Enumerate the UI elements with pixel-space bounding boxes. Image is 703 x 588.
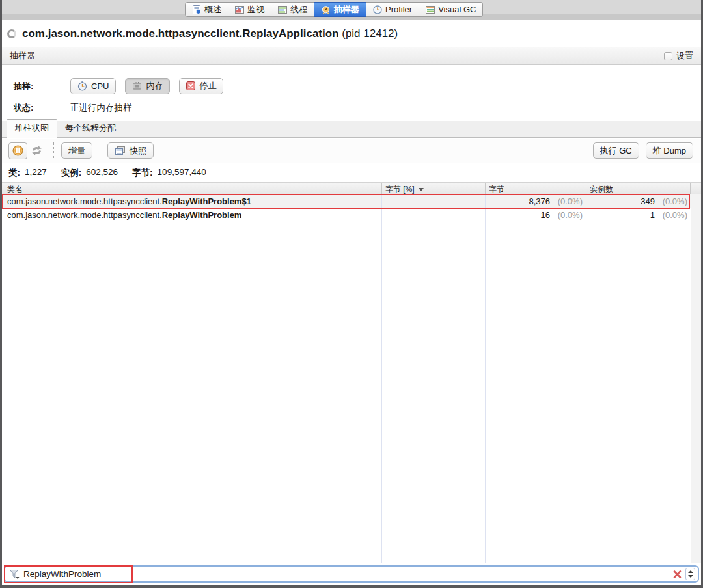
classes-stat: 类: 1,227 — [8, 167, 47, 179]
sample-label: 抽样: — [14, 81, 33, 92]
instances-value: 602,526 — [86, 167, 118, 179]
settings-label: 设置 — [676, 50, 693, 62]
stop-sampling-button[interactable]: 停止 — [179, 78, 223, 94]
pause-icon — [12, 145, 23, 156]
tab-profiler[interactable]: Profiler — [366, 2, 419, 17]
bytes-label: 字节: — [132, 167, 153, 179]
bytes-cell: 16(0.0%) — [485, 210, 586, 220]
instances-cell: 349(0.0%) — [586, 196, 691, 206]
class-name-cell: com.jason.network.mode.httpasyncclient.R… — [2, 210, 381, 220]
grid-line — [381, 194, 382, 563]
instances-value: 1 — [650, 210, 655, 220]
bytes-cell: 8,376(0.0%) — [485, 196, 586, 206]
instances-percent: (0.0%) — [655, 210, 687, 220]
threads-icon — [278, 5, 287, 14]
memory-button-label: 内存 — [146, 80, 163, 92]
pause-button[interactable] — [8, 142, 27, 159]
sampler-section-title: 抽样器 — [10, 50, 35, 62]
heap-dump-label: 堆 Dump — [653, 145, 686, 157]
class-simple-name: ReplayWithProblem — [162, 210, 242, 220]
profiler-icon — [373, 5, 382, 14]
table-body: com.jason.network.mode.httpasyncclient.R… — [2, 194, 701, 563]
class-filter-field[interactable] — [4, 565, 699, 583]
tab-visualgc[interactable]: Visual GC — [419, 2, 483, 17]
perform-gc-label: 执行 GC — [600, 145, 632, 157]
bytes-stat: 字节: 109,597,440 — [132, 167, 206, 179]
sample-row: 抽样: CPU 内存 停止 — [2, 77, 701, 95]
bytes-value: 109,597,440 — [158, 167, 206, 179]
bytes-value: 16 — [541, 210, 550, 220]
snapshot-button-label: 快照 — [130, 145, 146, 157]
column-header-instances[interactable]: 实例数 — [590, 184, 613, 195]
class-prefix: com.jason.network.mode.httpasyncclient. — [7, 210, 162, 220]
heap-summary-row: 类: 1,227 实例: 602,526 字节: 109,597,440 — [2, 164, 206, 181]
refresh-button[interactable] — [27, 142, 46, 159]
tab-overview-label: 概述 — [204, 4, 221, 16]
snapshot-button[interactable]: 快照 — [107, 142, 154, 159]
application-class-name: com.jason.network.mode.httpasyncclient.R… — [22, 27, 338, 40]
application-title-row: com.jason.network.mode.httpasyncclient.R… — [2, 20, 701, 47]
column-header-bytes-pct[interactable]: 字节 [%] — [385, 184, 424, 195]
tab-overview[interactable]: 概述 — [185, 2, 228, 17]
stop-button-label: 停止 — [199, 80, 216, 92]
scrollbar-track[interactable] — [691, 194, 701, 563]
stop-icon — [186, 81, 195, 90]
cpu-clock-icon — [77, 81, 87, 91]
monitor-icon — [235, 5, 244, 14]
bytes-percent: (0.0%) — [550, 196, 583, 206]
memory-sample-button[interactable]: 内存 — [125, 78, 170, 94]
tab-per-thread-alloc[interactable]: 每个线程分配 — [57, 120, 124, 137]
cpu-sample-button[interactable]: CPU — [70, 78, 116, 94]
tab-sampler[interactable]: 抽样器 — [314, 2, 366, 17]
filter-input[interactable] — [23, 569, 669, 579]
tab-monitor[interactable]: 监视 — [228, 2, 271, 17]
column-header-bytes[interactable]: 字节 — [489, 184, 504, 195]
tab-heap-histogram[interactable]: 堆柱状图 — [7, 119, 57, 138]
column-header-bytes-pct-label: 字节 [%] — [385, 185, 415, 194]
classes-label: 类: — [8, 167, 20, 179]
result-view-tabs: 堆柱状图 每个线程分配 — [2, 121, 701, 138]
snapshot-icon — [115, 146, 126, 155]
tab-threads[interactable]: 线程 — [271, 2, 314, 17]
instances-value: 349 — [641, 196, 655, 206]
visualgc-icon — [426, 5, 435, 14]
sampler-section-header: 抽样器 设置 — [2, 47, 701, 65]
instances-cell: 1(0.0%) — [586, 210, 691, 220]
status-value: 正进行内存抽样 — [70, 102, 132, 114]
column-separator[interactable] — [485, 183, 486, 194]
column-header-classname[interactable]: 类名 — [7, 184, 23, 195]
filter-funnel-icon[interactable] — [9, 569, 20, 580]
settings-checkbox[interactable] — [664, 52, 672, 60]
tab-visualgc-label: Visual GC — [438, 5, 476, 14]
sampler-icon — [321, 5, 331, 14]
column-separator[interactable] — [586, 183, 586, 194]
delta-button[interactable]: 增量 — [61, 142, 92, 159]
column-separator — [690, 183, 691, 194]
application-pid: (pid 12412) — [342, 27, 398, 40]
heap-dump-button[interactable]: 堆 Dump — [646, 142, 693, 159]
clear-filter-icon[interactable] — [672, 570, 682, 579]
memory-chip-icon — [132, 82, 142, 90]
tab-monitor-label: 监视 — [247, 4, 264, 16]
cpu-button-label: CPU — [91, 81, 109, 91]
toolbar-separator — [100, 142, 100, 159]
spinner-icon — [7, 29, 16, 38]
grid-line — [586, 194, 586, 563]
table-row[interactable]: com.jason.network.mode.httpasyncclient.R… — [2, 208, 701, 222]
table-row[interactable]: com.jason.network.mode.httpasyncclient.R… — [2, 194, 701, 208]
class-simple-name: ReplayWithProblem$1 — [162, 196, 251, 206]
status-label: 状态: — [14, 102, 33, 114]
class-name-cell: com.jason.network.mode.httpasyncclient.R… — [2, 196, 381, 206]
toolbar-separator — [53, 142, 54, 159]
heap-histogram-table: 类名 字节 [%] 字节 实例数 com.jason.network.mode.… — [2, 182, 701, 563]
settings-toggle[interactable]: 设置 — [664, 50, 693, 62]
refresh-icon — [31, 145, 43, 156]
filter-history-stepper[interactable] — [685, 568, 695, 580]
bytes-percent: (0.0%) — [550, 210, 583, 220]
perform-gc-button[interactable]: 执行 GC — [593, 142, 639, 159]
tab-sampler-label: 抽样器 — [334, 4, 359, 16]
chevron-up-icon — [688, 570, 693, 573]
bytes-value: 8,376 — [529, 196, 550, 206]
column-separator[interactable] — [381, 183, 382, 194]
tab-threads-label: 线程 — [290, 4, 307, 16]
